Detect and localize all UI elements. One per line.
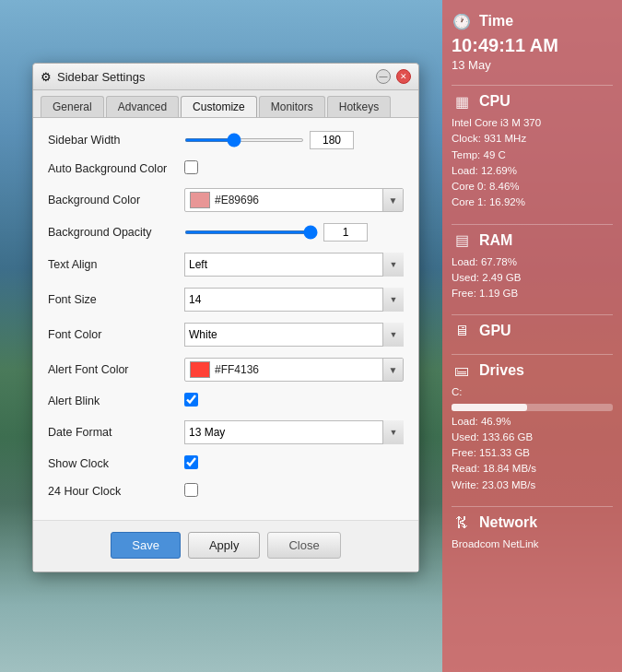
sidebar-network-details: Broadcom NetLink <box>452 536 613 552</box>
tab-monitors[interactable]: Monitors <box>259 96 325 117</box>
minimize-button[interactable]: — <box>376 69 391 84</box>
close-window-button[interactable]: ✕ <box>396 69 411 84</box>
tab-advanced[interactable]: Advanced <box>106 96 179 117</box>
time-icon: 🕐 <box>452 11 472 31</box>
sidebar-cpu-details: Intel Core i3 M 370 Clock: 931 MHz Temp:… <box>452 115 613 211</box>
show-clock-label: Show Clock <box>48 457 184 470</box>
sidebar-drives-title: Drives <box>479 362 524 379</box>
bg-opacity-control: 1 <box>184 223 404 242</box>
sidebar-section-header-ram: ▤ RAM <box>452 230 613 251</box>
alert-blink-checkbox[interactable] <box>184 393 198 407</box>
sidebar-width-row: Sidebar Width 180 <box>48 131 404 149</box>
sidebar-section-ram: ▤ RAM Load: 67.78% Used: 2.49 GB Free: 1… <box>452 230 613 302</box>
sidebar-section-network: ⛕ Network Broadcom NetLink <box>452 513 613 552</box>
cpu-detail-3: Load: 12.69% <box>452 163 613 179</box>
tab-general[interactable]: General <box>41 96 104 117</box>
sidebar-section-drives: 🖴 Drives C: Load: 46.9% Used: 133.66 GB … <box>452 360 613 493</box>
alert-font-color-label: Alert Font Color <box>48 363 184 376</box>
hour24-row: 24 Hour Clock <box>48 483 404 500</box>
bg-opacity-row: Background Opacity 1 <box>48 223 404 242</box>
apply-button[interactable]: Apply <box>188 532 261 559</box>
dialog-body: Sidebar Width 180 Auto Background Color … <box>33 118 418 520</box>
settings-gear-icon: ⚙ <box>41 70 52 84</box>
sidebar-width-slider[interactable] <box>184 138 304 142</box>
sidebar-ram-details: Load: 67.78% Used: 2.49 GB Free: 1.19 GB <box>452 254 613 302</box>
sidebar-time-title: Time <box>479 13 513 29</box>
tab-customize[interactable]: Customize <box>181 96 257 117</box>
bg-color-swatch <box>190 192 210 208</box>
ram-icon: ▤ <box>452 230 472 251</box>
sidebar-section-cpu: ▦ CPU Intel Core i3 M 370 Clock: 931 MHz… <box>452 91 613 211</box>
sidebar-section-header-cpu: ▦ CPU <box>452 91 613 112</box>
font-color-control: White Black Gray <box>184 323 404 347</box>
cpu-detail-4: Core 0: 8.46% <box>452 179 613 195</box>
divider-4 <box>452 354 613 355</box>
alert-blink-row: Alert Blink <box>48 393 404 409</box>
auto-bg-color-row: Auto Background Color <box>48 160 404 177</box>
bg-color-select[interactable]: #E89696 ▼ <box>184 188 404 212</box>
sidebar-time-value: 10:49:11 AM <box>452 35 613 56</box>
font-color-select[interactable]: White Black Gray <box>184 323 404 347</box>
drive-detail-3: Read: 18.84 MB/s <box>452 461 613 477</box>
close-button[interactable]: Close <box>267 532 340 559</box>
font-size-control: 10111213 141516 <box>184 288 404 312</box>
hour24-checkbox[interactable] <box>184 483 198 497</box>
cpu-icon: ▦ <box>452 91 472 112</box>
ram-detail-1: Used: 2.49 GB <box>452 270 613 286</box>
alert-blink-control <box>184 393 404 409</box>
ram-detail-0: Load: 67.78% <box>452 254 613 270</box>
settings-dialog: ⚙ Sidebar Settings — ✕ General Advanced … <box>32 63 419 572</box>
font-size-select[interactable]: 10111213 141516 <box>184 288 404 312</box>
drive-detail-4: Write: 23.03 MB/s <box>452 477 613 493</box>
sidebar-section-header-gpu: 🖥 GPU <box>452 321 613 341</box>
save-button[interactable]: Save <box>111 532 181 559</box>
tab-hotkeys[interactable]: Hotkeys <box>327 96 391 117</box>
bg-opacity-input[interactable]: 1 <box>323 223 368 242</box>
sidebar-section-time: 🕐 Time 10:49:11 AM 13 May <box>452 11 613 72</box>
bg-color-row: Background Color #E89696 ▼ <box>48 188 404 212</box>
auto-bg-color-label: Auto Background Color <box>48 162 184 175</box>
drive-detail-0: Load: 46.9% <box>452 414 613 430</box>
show-clock-control <box>184 455 404 472</box>
sidebar-network-title: Network <box>479 514 537 531</box>
bg-color-label: Background Color <box>48 194 184 206</box>
date-format-row: Date Format 13 May May 13 2024-05-13 <box>48 420 404 444</box>
date-format-control: 13 May May 13 2024-05-13 <box>184 420 404 444</box>
hour24-label: 24 Hour Clock <box>48 485 184 498</box>
text-align-wrapper: Left Center Right <box>184 253 404 277</box>
alert-font-color-swatch <box>190 361 210 378</box>
dialog-titlebar: ⚙ Sidebar Settings — ✕ <box>33 64 418 90</box>
date-format-label: Date Format <box>48 426 184 439</box>
sidebar-section-header-time: 🕐 Time <box>452 11 613 31</box>
sidebar-drives-details: C: Load: 46.9% Used: 133.66 GB Free: 151… <box>452 384 613 493</box>
font-color-wrapper: White Black Gray <box>184 323 404 347</box>
sidebar-section-header-drives: 🖴 Drives <box>452 360 613 381</box>
auto-bg-color-control <box>184 160 404 177</box>
font-size-row: Font Size 10111213 141516 <box>48 288 404 312</box>
sidebar-width-input[interactable]: 180 <box>310 131 354 149</box>
sidebar-width-control: 180 <box>184 131 404 149</box>
divider-3 <box>452 314 613 315</box>
font-size-label: Font Size <box>48 293 184 306</box>
sidebar-gpu-title: GPU <box>479 323 511 339</box>
text-align-label: Text Align <box>48 258 184 271</box>
alert-font-color-value: #FF4136 <box>215 363 382 376</box>
sidebar-ram-title: RAM <box>479 232 512 249</box>
alert-font-color-arrow: ▼ <box>382 359 403 381</box>
drive-bar-fill <box>452 404 527 411</box>
sidebar-date-value: 13 May <box>452 58 613 72</box>
text-align-select[interactable]: Left Center Right <box>184 253 404 277</box>
bg-opacity-label: Background Opacity <box>48 226 184 239</box>
divider-5 <box>452 506 613 507</box>
show-clock-checkbox[interactable] <box>184 455 198 469</box>
alert-font-color-select[interactable]: #FF4136 ▼ <box>184 358 404 382</box>
drive-detail-2: Free: 151.33 GB <box>452 445 613 461</box>
auto-bg-color-checkbox[interactable] <box>184 160 198 174</box>
sidebar-panel: 🕐 Time 10:49:11 AM 13 May ▦ CPU Intel Co… <box>442 0 622 672</box>
bg-color-arrow: ▼ <box>382 189 403 211</box>
sidebar-section-gpu: 🖥 GPU <box>452 321 613 341</box>
date-format-select[interactable]: 13 May May 13 2024-05-13 <box>184 420 404 444</box>
cpu-detail-0: Intel Core i3 M 370 <box>452 115 613 131</box>
bg-opacity-slider[interactable] <box>184 230 318 234</box>
bg-color-control: #E89696 ▼ <box>184 188 404 212</box>
